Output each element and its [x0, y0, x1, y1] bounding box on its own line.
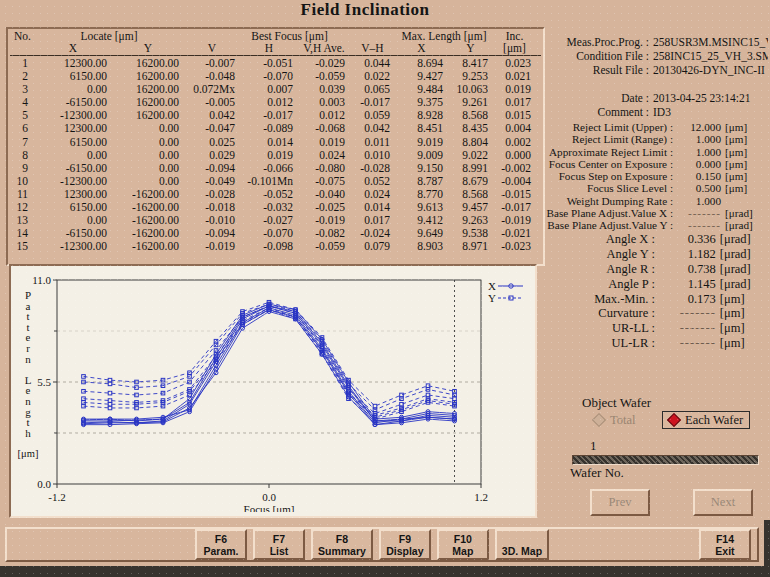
info-label: Focus Step on Exposure : [545, 170, 673, 182]
prev-wafer-button[interactable]: Prev [590, 489, 650, 516]
table-cell: -16200.00 [112, 188, 184, 201]
radio-total[interactable]: Total [592, 413, 636, 427]
table-cell: -0.005 [184, 96, 240, 109]
wafer-number-slider[interactable] [572, 455, 759, 465]
result-angle-rows: Angle X :0.336[μrad]Angle Y :1.182[μrad]… [545, 232, 763, 351]
table-cell: 9.649 [395, 227, 448, 240]
table-cell: -6150.00 [34, 162, 112, 175]
table-cell: -0.019 [493, 214, 536, 227]
object-wafer-label: Object Wafer [582, 395, 651, 411]
fkey-button-f10[interactable]: F10Map [437, 529, 489, 560]
table-group-header: Inc. [μm] [493, 30, 536, 54]
table-cell: 0.025 [184, 136, 240, 149]
table-cell: 0.00 [112, 175, 184, 188]
wafer-no-label: Wafer No. [570, 465, 624, 481]
table-cell: 0.029 [184, 149, 240, 162]
info-row: Meas.Proc.Prog. :258USR3M.MSINC15_V [545, 36, 770, 50]
table-row: 15-12300.00-16200.00-0.019-0.098-0.0590.… [10, 240, 541, 253]
table-cell: 0.024 [298, 149, 350, 162]
table-cell: -16200.00 [112, 214, 184, 227]
table-cell: 8.770 [395, 188, 448, 201]
fkey-button-f8[interactable]: F8Summary [311, 529, 373, 560]
info-unit [721, 195, 763, 207]
info-row: Focus Center on Exposure :0.000[μm] [545, 158, 763, 170]
table-cell: 0.052 [350, 175, 395, 188]
fkey-button-3d-map[interactable]: 3D. Map [495, 529, 549, 560]
table-cell: -0.089 [240, 122, 298, 135]
table-row: 26150.0016200.00-0.048-0.070-0.0590.0229… [10, 70, 541, 83]
fkey-button-f14[interactable]: F14Exit [699, 529, 751, 560]
table-cell: 0.042 [184, 109, 240, 122]
function-key-bar: F6Param.F7ListF8SummaryF9DisplayF10Map3D… [5, 527, 759, 562]
info-label: Angle P : [545, 277, 655, 292]
table-cell: 0.000 [493, 149, 536, 162]
info-row: UL-LR :-------[μm] [545, 336, 763, 351]
table-cell: -0.028 [350, 162, 395, 175]
table-cell: 0.017 [493, 96, 536, 109]
table-cell: -6150.00 [34, 227, 112, 240]
table-cell: 0.021 [493, 70, 536, 83]
table-cell: 0.072Mx [184, 83, 240, 96]
table-cell: 0.003 [298, 96, 350, 109]
table-row: 612300.000.00-0.047-0.089-0.0680.0428.45… [10, 122, 541, 135]
table-cell: 0.00 [112, 162, 184, 175]
table-cell: 9 [10, 162, 34, 175]
fkey-button-f7[interactable]: F7List [253, 529, 305, 560]
table-cell: -0.052 [240, 188, 298, 201]
table-cell: 9.261 [448, 96, 493, 109]
info-unit: [μrad] [716, 232, 763, 247]
table-cell: 9.253 [448, 70, 493, 83]
next-wafer-button[interactable]: Next [693, 489, 753, 516]
info-unit: [μm] [721, 133, 763, 145]
info-unit: [μm] [716, 306, 763, 321]
table-cell: 8.804 [448, 136, 493, 149]
info-row: Max.-Min. :0.173[μm] [545, 292, 763, 307]
table-cell: 14 [10, 227, 34, 240]
info-value: 0.000 [673, 158, 721, 170]
table-cell: 13 [10, 214, 34, 227]
table-cell: 8.991 [448, 162, 493, 175]
info-row: Date :2013-04-25 23:14:21 [545, 92, 770, 106]
fkey-button-f9[interactable]: F9Display [379, 529, 431, 560]
radio-each-wafer[interactable]: Each Wafer [662, 411, 750, 429]
table-cell: 6150.00 [34, 201, 112, 214]
table-cell: 0.012 [240, 96, 298, 109]
table-cell: 0.024 [350, 188, 395, 201]
info-label [545, 78, 649, 92]
info-row: Base Plane Adjust.Value Y :-------[μrad] [545, 219, 763, 231]
table-cell: -0.021 [493, 227, 536, 240]
table-cell: 0.00 [112, 136, 184, 149]
table-cell: 4 [10, 96, 34, 109]
info-label: Angle Y : [545, 247, 655, 262]
table-cell: 0.00 [34, 83, 112, 96]
table-cell: -0.025 [298, 201, 350, 214]
info-value: ID3 [653, 106, 768, 120]
table-cell: -16200.00 [112, 227, 184, 240]
info-label: Comment : [545, 106, 649, 120]
info-row: Angle Y :1.182[μrad] [545, 247, 763, 262]
table-cell: -0.075 [298, 175, 350, 188]
info-row: Angle X :0.336[μrad] [545, 232, 763, 247]
table-cell: -16200.00 [112, 201, 184, 214]
info-unit: [μm] [721, 158, 763, 170]
svg-text:0.0: 0.0 [37, 478, 51, 490]
table-cell: 9.484 [395, 83, 448, 96]
table-cell: -0.098 [240, 240, 298, 253]
fkey-label: List [260, 545, 298, 557]
table-cell: 0.014 [350, 201, 395, 214]
table-cell: 0.00 [112, 122, 184, 135]
info-row: Reject Limit (Upper) :12.000[μm] [545, 121, 763, 133]
file-info-rows: Meas.Proc.Prog. :258USR3M.MSINC15_VCondi… [545, 36, 770, 120]
table-sub-header: X [34, 43, 112, 55]
info-value: 12.000 [673, 121, 721, 133]
info-label: Angle X : [545, 232, 655, 247]
info-unit: [μm] [721, 182, 763, 194]
svg-text:X: X [488, 280, 496, 292]
table-cell: -0.070 [240, 227, 298, 240]
table-cell: 3 [10, 83, 34, 96]
fkey-button-f6[interactable]: F6Param. [195, 529, 247, 560]
table-cell: 12300.00 [34, 188, 112, 201]
table-cell: -6150.00 [34, 96, 112, 109]
table-cell: -0.018 [184, 201, 240, 214]
svg-text:5.5: 5.5 [37, 376, 51, 388]
